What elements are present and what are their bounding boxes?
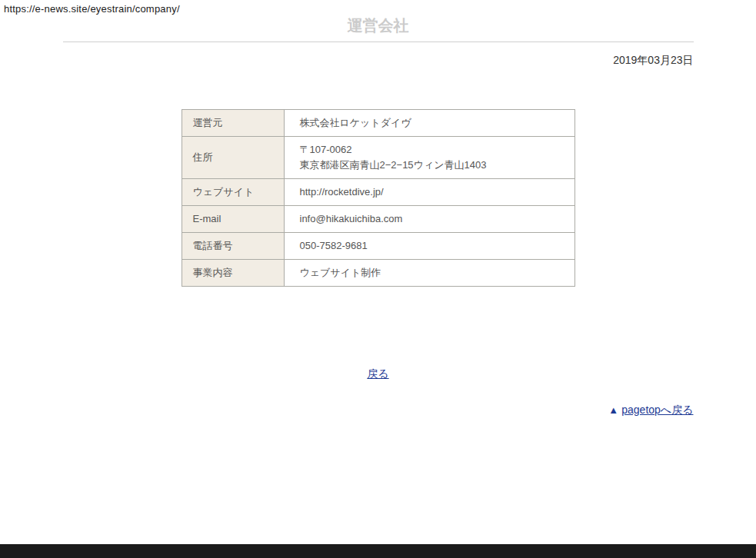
date-text: 2019年03月23日 [63, 54, 694, 68]
footer-bar [0, 544, 756, 558]
table-row: 住所 〒107-0062 東京都港区南青山2−2−15ウィン青山1403 [182, 137, 574, 179]
company-info-table: 運営元 株式会社ロケットダイヴ 住所 〒107-0062 東京都港区南青山2−2… [182, 109, 575, 287]
row-label-address: 住所 [182, 137, 284, 179]
triangle-up-icon: ▲ [608, 404, 618, 416]
pagetop-container: ▲pagetopへ戻る [63, 403, 694, 417]
row-value-website: http://rocketdive.jp/ [284, 179, 574, 206]
main-content: 運営会社 2019年03月23日 運営元 株式会社ロケットダイヴ 住所 〒107… [63, 17, 694, 417]
table-row: 運営元 株式会社ロケットダイヴ [182, 110, 574, 137]
page-title: 運営会社 [63, 17, 694, 42]
page-url-text: https://e-news.site/eyestrain/company/ [4, 3, 180, 15]
table-row: 事業内容 ウェブサイト制作 [182, 260, 574, 287]
row-value-operator: 株式会社ロケットダイヴ [284, 110, 574, 137]
table-row: E-mail info@hikakuichiba.com [182, 206, 574, 233]
row-label-operator: 運営元 [182, 110, 284, 137]
back-link-container: 戻る [63, 367, 694, 381]
row-label-website: ウェブサイト [182, 179, 284, 206]
table-row: ウェブサイト http://rocketdive.jp/ [182, 179, 574, 206]
company-page: https://e-news.site/eyestrain/company/ 運… [0, 0, 756, 558]
pagetop-link-label: pagetopへ戻る [621, 404, 693, 416]
back-link[interactable]: 戻る [367, 367, 388, 380]
pagetop-link[interactable]: ▲pagetopへ戻る [608, 404, 693, 416]
row-label-email: E-mail [182, 206, 284, 233]
row-value-email: info@hikakuichiba.com [284, 206, 574, 233]
row-label-business: 事業内容 [182, 260, 284, 287]
row-value-phone: 050-7582-9681 [284, 233, 574, 260]
row-value-address: 〒107-0062 東京都港区南青山2−2−15ウィン青山1403 [284, 137, 574, 179]
table-row: 電話番号 050-7582-9681 [182, 233, 574, 260]
row-label-phone: 電話番号 [182, 233, 284, 260]
row-value-business: ウェブサイト制作 [284, 260, 574, 287]
